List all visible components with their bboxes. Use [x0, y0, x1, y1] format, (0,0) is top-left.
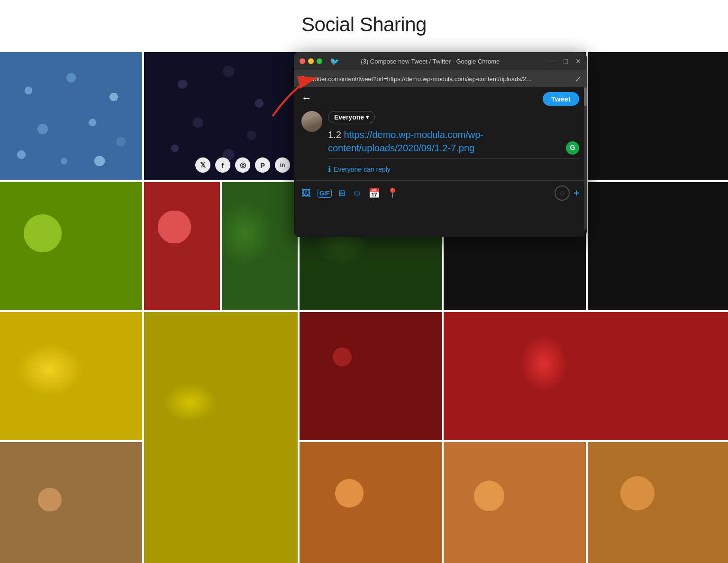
gallery-cell-blueberries-black[interactable]: 𝕏 f ◎ P in	[144, 52, 298, 180]
gallery-cell-apricots-med[interactable]	[444, 442, 586, 563]
reply-label: Everyone can reply	[334, 166, 391, 173]
chrome-addressbar: 🔒 twitter.com/intent/tweet?url=https://d…	[294, 70, 587, 87]
facebook-share-icon[interactable]: f	[215, 157, 230, 173]
tweet-link[interactable]: https://demo.wp-modula.com/wp-content/up…	[328, 129, 483, 153]
audience-label: Everyone	[334, 113, 364, 121]
lock-icon: 🔒	[300, 75, 307, 82]
emoji-icon[interactable]: ☺	[352, 188, 362, 199]
tweet-button[interactable]: Tweet	[543, 92, 579, 106]
grammarly-icon: G	[566, 141, 579, 155]
tweet-toolbar: 🖼 GIF ⊞ ☺ 📅 📍 ○ +	[294, 180, 587, 205]
tweet-number: 1.2	[328, 129, 341, 140]
reply-settings: ℹ Everyone can reply	[328, 158, 579, 174]
reply-info-icon: ℹ	[328, 165, 331, 174]
scrollbar-thumb[interactable]	[584, 87, 587, 106]
gallery-cell-apricots-large[interactable]	[588, 442, 728, 563]
image-upload-icon[interactable]: 🖼	[301, 188, 311, 199]
gallery-cell-lemons-big[interactable]	[0, 312, 142, 440]
share-icons-overlay[interactable]: 𝕏 f ◎ P in	[195, 157, 290, 173]
gallery-cell-strawberries[interactable]	[444, 312, 728, 440]
tweet-content: 1.2 https://demo.wp-modula.com/wp-conten…	[328, 128, 579, 155]
gif-icon[interactable]: GIF	[318, 189, 332, 198]
page-title: Social Sharing	[0, 0, 728, 46]
chrome-titlebar: 🐦 (3) Compose new Tweet / Twitter - Goog…	[294, 52, 587, 70]
tweet-plus-btn[interactable]: +	[573, 188, 579, 199]
gallery-cell-watermelons-green[interactable]	[222, 182, 298, 310]
gallery-cell-peaches[interactable]	[0, 442, 142, 563]
pinterest-share-icon[interactable]: P	[255, 157, 270, 173]
twitter-share-icon[interactable]: 𝕏	[195, 157, 210, 173]
gallery-cell-apricots-small[interactable]	[300, 442, 442, 563]
twitter-compose-window: 🐦 (3) Compose new Tweet / Twitter - Goog…	[294, 52, 587, 237]
gallery-placeholder-3	[588, 52, 728, 180]
audience-dropdown[interactable]: Everyone ▾	[328, 111, 375, 123]
window-minimize-icon[interactable]: —	[550, 57, 556, 65]
tweet-compose-area: Everyone ▾ 1.2 https://demo.wp-modula.co…	[294, 104, 587, 180]
refresh-icon[interactable]: ⤢	[575, 74, 581, 83]
tweet-circle-counter: ○	[555, 185, 570, 201]
user-avatar	[301, 111, 322, 132]
linkedin-share-icon[interactable]: in	[275, 157, 290, 173]
chrome-tab-title: (3) Compose new Tweet / Twitter - Google…	[315, 58, 546, 65]
poll-icon[interactable]: ⊞	[338, 188, 346, 198]
gallery-cell-limes[interactable]	[0, 182, 142, 310]
gallery-cell-blueberries-blue[interactable]	[0, 52, 142, 180]
location-icon[interactable]: 📍	[387, 187, 399, 199]
address-bar-text[interactable]: twitter.com/intent/tweet?url=https://dem…	[310, 75, 571, 83]
gallery-placeholder-5	[588, 182, 728, 310]
chrome-close-btn[interactable]	[300, 58, 305, 64]
chevron-down-icon: ▾	[366, 114, 369, 120]
schedule-icon[interactable]: 📅	[368, 187, 380, 199]
window-close-icon[interactable]: ✕	[575, 57, 581, 65]
scrollbar[interactable]	[584, 87, 587, 230]
tweet-right-panel: Everyone ▾ 1.2 https://demo.wp-modula.co…	[328, 111, 579, 174]
gallery-cell-lemons-small[interactable]	[144, 312, 298, 563]
window-maximize-icon[interactable]: □	[564, 57, 568, 65]
back-arrow-btn[interactable]: ←	[301, 92, 312, 104]
gallery-cell-apples[interactable]	[144, 182, 220, 310]
gallery-cell-cherries[interactable]	[300, 312, 442, 440]
chrome-window-buttons[interactable]: — □ ✕	[550, 57, 581, 65]
tweet-btn-group: ○ +	[555, 185, 579, 201]
whatsapp-share-icon[interactable]: ◎	[235, 157, 250, 173]
chrome-minimize-btn[interactable]	[308, 58, 314, 64]
